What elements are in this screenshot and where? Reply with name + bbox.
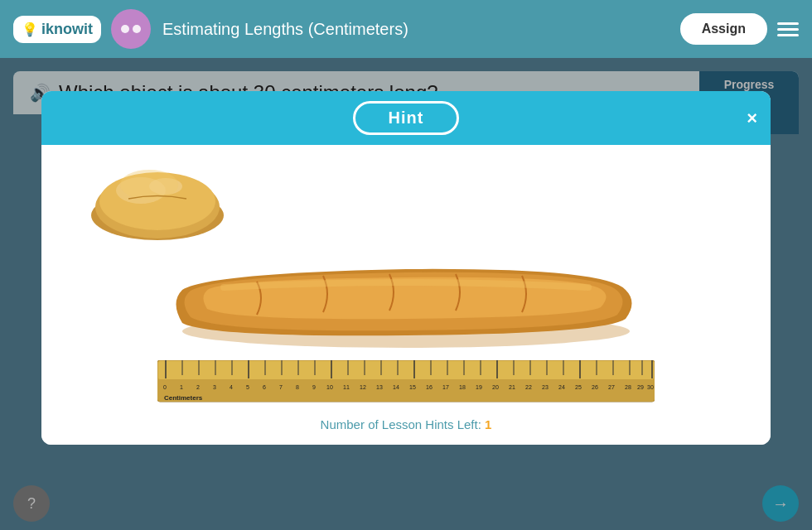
menu-bar-1 xyxy=(777,22,799,25)
svg-text:18: 18 xyxy=(459,384,466,390)
svg-text:7: 7 xyxy=(279,384,283,390)
main-area: 🔊 Which object is about 30 centimeters l… xyxy=(0,58,812,530)
svg-text:21: 21 xyxy=(509,384,515,390)
small-bread-row xyxy=(66,161,746,244)
menu-bar-2 xyxy=(777,28,799,31)
svg-text:20: 20 xyxy=(492,384,499,390)
hint-count-text: Number of Lesson Hints Left: xyxy=(321,417,485,431)
svg-text:4: 4 xyxy=(230,384,233,390)
lesson-title: Estimating Lengths (Centimeters) xyxy=(162,20,408,39)
lesson-icon xyxy=(111,9,151,49)
svg-point-5 xyxy=(120,170,178,200)
svg-text:8: 8 xyxy=(296,384,299,390)
logo-icon: 💡 xyxy=(22,22,38,37)
svg-text:3: 3 xyxy=(213,384,216,390)
svg-text:29: 29 xyxy=(637,384,644,390)
svg-text:16: 16 xyxy=(426,384,433,390)
menu-button[interactable] xyxy=(777,22,799,36)
svg-text:22: 22 xyxy=(525,384,532,390)
svg-text:19: 19 xyxy=(476,384,482,390)
large-bread-image xyxy=(157,253,655,352)
menu-bar-3 xyxy=(777,34,799,36)
svg-text:9: 9 xyxy=(312,384,316,390)
hint-count-container: Number of Lesson Hints Left: 1 xyxy=(321,417,492,431)
svg-text:30: 30 xyxy=(647,384,654,390)
assign-button[interactable]: Assign xyxy=(680,13,767,45)
svg-text:1: 1 xyxy=(180,384,183,390)
modal-header: Hint × xyxy=(41,91,771,145)
svg-text:17: 17 xyxy=(442,384,449,390)
header: 💡 iknowit Estimating Lengths (Centimeter… xyxy=(0,0,812,58)
svg-text:25: 25 xyxy=(575,384,582,390)
logo-text: iknowit xyxy=(41,21,93,38)
dot1 xyxy=(121,25,129,33)
svg-text:2: 2 xyxy=(196,384,200,390)
modal-overlay: Hint × xyxy=(0,58,812,530)
svg-text:28: 28 xyxy=(625,384,631,390)
header-right: Assign xyxy=(680,13,799,45)
close-button[interactable]: × xyxy=(747,108,757,129)
dot2 xyxy=(133,25,141,33)
svg-text:12: 12 xyxy=(360,384,366,390)
small-bread-image xyxy=(83,161,232,244)
svg-text:14: 14 xyxy=(393,384,399,390)
svg-text:26: 26 xyxy=(592,384,598,390)
ruler-svg: 0 1 2 3 4 xyxy=(157,360,655,406)
svg-text:23: 23 xyxy=(542,384,549,390)
svg-text:15: 15 xyxy=(409,384,416,390)
large-bread-row xyxy=(66,253,746,352)
logo-container: 💡 iknowit xyxy=(13,16,101,43)
svg-text:0: 0 xyxy=(163,384,167,390)
hint-count-number: 1 xyxy=(485,417,491,431)
modal-body: 0 1 2 3 4 xyxy=(41,145,771,445)
svg-text:13: 13 xyxy=(376,384,383,390)
svg-text:10: 10 xyxy=(326,384,333,390)
svg-text:27: 27 xyxy=(608,384,615,390)
hint-modal: Hint × xyxy=(41,91,771,445)
ruler-container: 0 1 2 3 4 xyxy=(157,360,655,406)
svg-text:Centimeters: Centimeters xyxy=(164,394,203,402)
svg-text:6: 6 xyxy=(263,384,266,390)
logo-box: 💡 iknowit xyxy=(13,16,101,43)
svg-text:24: 24 xyxy=(558,384,565,390)
svg-text:5: 5 xyxy=(246,384,249,390)
lesson-dots xyxy=(121,25,141,33)
hint-tab: Hint xyxy=(353,101,460,135)
svg-text:11: 11 xyxy=(343,384,350,390)
